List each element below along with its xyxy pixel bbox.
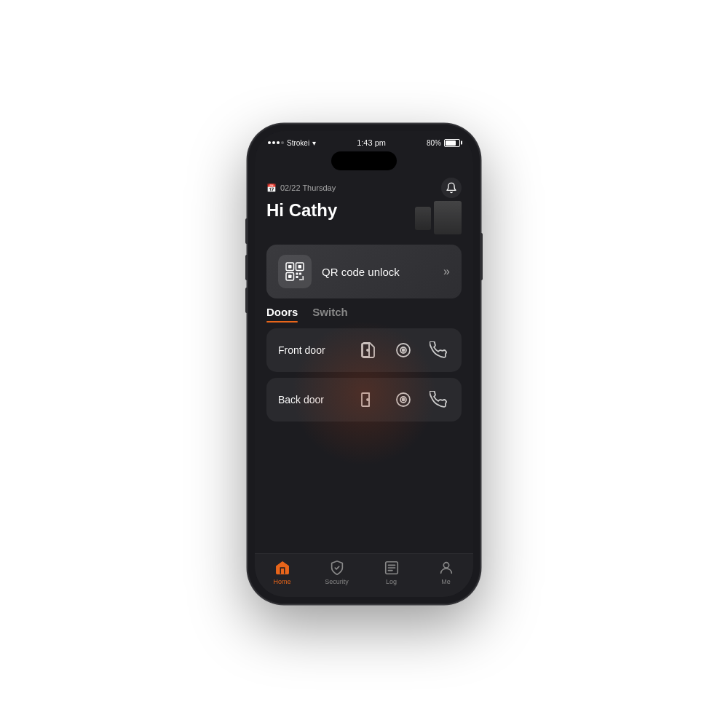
front-door-label: Front door [278, 344, 349, 356]
door-icon [360, 391, 377, 408]
header-date: 📅 02/22 Thursday [266, 183, 336, 193]
svg-rect-6 [296, 273, 298, 275]
lock-icon [395, 341, 412, 359]
svg-point-20 [367, 399, 368, 400]
call-icon [430, 391, 447, 408]
nav-me[interactable]: Me [424, 560, 468, 585]
status-right: 80% [427, 139, 460, 147]
calendar-icon: 📅 [266, 183, 277, 193]
svg-point-17 [403, 349, 405, 352]
device-illustration [411, 201, 462, 237]
status-bar: Strokei ▾ 1:43 pm 80% [255, 131, 473, 151]
back-door-label: Back door [278, 394, 349, 405]
back-door-open-button[interactable] [357, 388, 380, 411]
qr-icon-box [278, 255, 312, 288]
greeting-row: Hi Cathy [266, 201, 462, 237]
tab-switch[interactable]: Switch [312, 306, 347, 321]
svg-rect-5 [288, 275, 292, 279]
app-header: 📅 02/22 Thursday Hi Cathy [255, 172, 473, 237]
front-door-open-button[interactable] [357, 339, 380, 362]
svg-point-23 [403, 399, 405, 401]
dynamic-island [331, 151, 397, 170]
qr-arrow-icon: » [443, 265, 450, 278]
phone-screen: Strokei ▾ 1:43 pm 80% 📅 [255, 131, 473, 597]
svg-rect-1 [288, 265, 292, 269]
front-door-actions [357, 339, 450, 362]
carrier-label: Strokei [287, 139, 309, 147]
svg-rect-10 [303, 276, 304, 280]
svg-rect-7 [299, 273, 301, 275]
date-label: 02/22 Thursday [280, 183, 336, 192]
signal-dots [268, 141, 284, 144]
qr-banner[interactable]: QR code unlock » [266, 245, 462, 298]
lock-icon [395, 391, 412, 408]
front-door-call-button[interactable] [427, 339, 450, 362]
phone-frame: Strokei ▾ 1:43 pm 80% 📅 [248, 124, 480, 604]
clock: 1:43 pm [357, 138, 386, 147]
status-left: Strokei ▾ [268, 139, 316, 147]
content-spacer [255, 422, 473, 553]
shield-icon [329, 560, 345, 576]
home-nav-label: Home [273, 578, 290, 585]
front-door-lock-button[interactable] [392, 339, 415, 362]
security-nav-icon [329, 560, 345, 576]
doors-list: Front door [255, 328, 473, 422]
app-content: 📅 02/22 Thursday Hi Cathy [255, 172, 473, 597]
qr-text: QR code unlock [322, 266, 433, 278]
door-icon [360, 341, 377, 359]
svg-point-28 [443, 563, 448, 568]
greeting-text: Hi Cathy [266, 201, 337, 220]
me-nav-icon [438, 560, 454, 576]
log-nav-label: Log [386, 578, 397, 585]
bottom-nav: Home Security [255, 553, 473, 597]
svg-rect-8 [296, 276, 298, 278]
bell-icon [446, 182, 457, 194]
home-nav-icon [274, 560, 290, 576]
device-box-small [415, 207, 431, 230]
tab-doors[interactable]: Doors [266, 306, 298, 321]
svg-point-14 [367, 349, 368, 351]
nav-security[interactable]: Security [315, 560, 359, 585]
battery-percent: 80% [427, 139, 441, 147]
svg-rect-11 [299, 280, 303, 281]
nav-log[interactable]: Log [370, 560, 414, 585]
user-icon [438, 560, 454, 576]
call-icon [430, 341, 447, 359]
log-nav-icon [384, 560, 400, 576]
log-icon [384, 560, 400, 576]
qr-code-icon [284, 261, 306, 282]
back-door-lock-button[interactable] [392, 388, 415, 411]
svg-rect-3 [298, 265, 302, 269]
header-top: 📅 02/22 Thursday [266, 178, 462, 198]
security-nav-label: Security [325, 578, 349, 585]
notification-button[interactable] [441, 178, 462, 198]
battery-icon [444, 139, 460, 147]
back-door-card: Back door [266, 378, 462, 422]
back-door-call-button[interactable] [427, 388, 450, 411]
front-door-card: Front door [266, 328, 462, 372]
device-box-main [434, 201, 462, 234]
wifi-icon: ▾ [312, 139, 316, 147]
tabs-row: Doors Switch [255, 306, 473, 321]
me-nav-label: Me [441, 578, 451, 585]
nav-home[interactable]: Home [261, 560, 304, 585]
back-door-actions [357, 388, 450, 411]
home-icon [274, 560, 290, 576]
